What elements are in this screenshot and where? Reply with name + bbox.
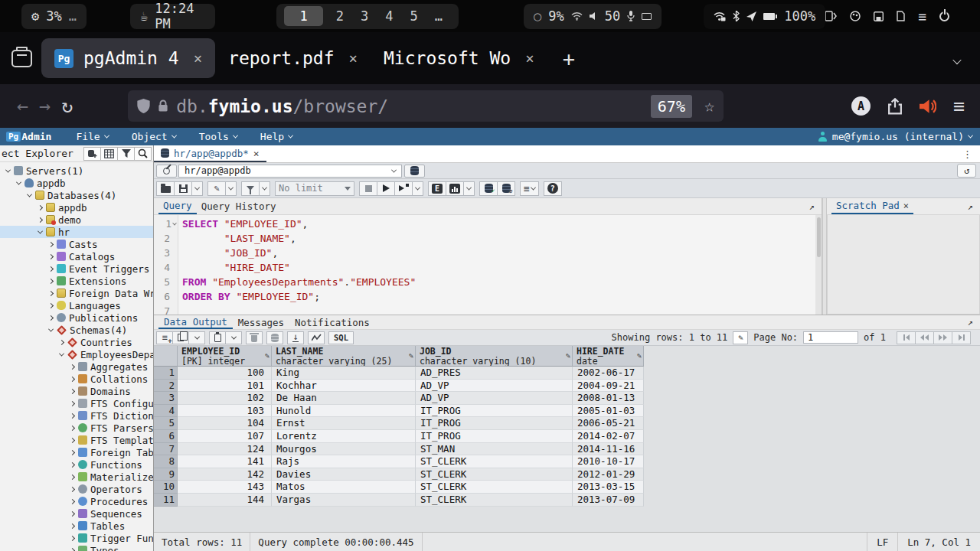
graph-visualiser-button[interactable] [308,331,325,344]
download-button[interactable]: ↓ [287,331,304,344]
tree-item-fts-configura[interactable]: FTS Configura [0,397,153,409]
url-bar[interactable]: db.fymio.us/browser/ 67% ☆ [128,90,724,122]
tab-close-icon[interactable]: × [525,50,534,67]
tree-expand-icon[interactable] [35,206,45,210]
edit-range-button[interactable]: ✎ [733,331,748,344]
filter-options-button[interactable] [259,181,270,196]
tree-item-tables[interactable]: Tables [0,520,153,532]
open-file-button[interactable] [156,181,175,196]
tree-collapse-icon[interactable] [35,230,45,234]
tree-item-appdb[interactable]: appdb [0,177,153,189]
workspace-button[interactable]: 2 [328,8,352,24]
sql-button[interactable]: SQL [328,331,354,344]
tab-overview-icon[interactable] [11,50,32,67]
edit-column-icon[interactable]: ✎ [409,351,413,361]
tree-collapse-icon[interactable] [14,181,24,185]
tree-item-fts-parsers[interactable]: FTS Parsers [0,422,153,434]
tree-expand-icon[interactable] [46,292,56,295]
tree-item-employeesdepar[interactable]: EmployeesDepar [0,348,153,360]
system-tray[interactable]: 100% [704,4,825,29]
prev-page-button[interactable] [915,331,934,344]
workspace-button[interactable]: 5 [401,8,426,24]
macros-button[interactable]: ≡ [520,181,539,196]
tree-expand-icon[interactable] [67,402,77,406]
tree-item-types[interactable]: Types [0,544,153,551]
cell[interactable]: King [272,367,416,380]
copy-options-button[interactable] [188,331,205,344]
expand-icon[interactable]: ↗ [968,201,973,212]
shield-icon[interactable] [137,99,150,113]
tree-item-demo[interactable]: demo [0,214,153,226]
tree-expand-icon[interactable] [67,451,77,455]
tree-expand-icon[interactable] [67,549,77,551]
tab-query[interactable]: Query [158,198,197,214]
tab-close-icon[interactable]: × [194,50,202,67]
page-number-input[interactable] [803,331,858,344]
menu-icon[interactable]: ≡ [918,8,926,24]
profile-icon[interactable]: A [851,96,871,116]
tab-messages[interactable]: Messages [233,315,289,329]
grid-view-button[interactable] [100,147,118,161]
cell[interactable]: 101 [178,380,272,393]
lock-icon[interactable] [158,99,168,112]
edit-column-icon[interactable]: ✎ [265,351,270,361]
tree-collapse-icon[interactable] [3,169,13,173]
tree-item-trigger-funct[interactable]: Trigger Funct [0,532,153,544]
tree-expand-icon[interactable] [57,341,67,344]
tree-collapse-icon[interactable] [57,353,67,357]
cell[interactable]: 142 [178,468,272,481]
tree-expand-icon[interactable] [67,426,77,430]
tree-expand-icon[interactable] [67,500,77,504]
commit-button[interactable]: ✓ [479,181,498,196]
save-options-button[interactable] [191,181,203,196]
fold-icon[interactable] [173,223,176,226]
column-header-job_id[interactable]: JOB_IDcharacter varying (10)✎ [416,346,573,367]
clock[interactable]: ☕ 12:24 PM [130,4,216,29]
menu-help[interactable]: Help [260,131,292,142]
paste-button[interactable] [209,331,226,344]
tree-item-aggregates[interactable]: Aggregates [0,360,153,373]
tree-expand-icon[interactable] [46,243,56,246]
cell[interactable]: 102 [178,392,272,405]
tree-expand-icon[interactable] [46,255,56,259]
cell[interactable]: 2014-11-16 [573,443,644,456]
tree-item-schemas-4[interactable]: Schemas(4) [0,324,153,336]
tree-expand-icon[interactable] [67,475,77,479]
forward-button[interactable]: → [39,95,51,117]
window-switch-icon[interactable] [825,11,837,21]
editor-code[interactable]: SELECT "EMPLOYEE_ID", "LAST_NAME", "JOB_… [178,215,822,315]
connection-select[interactable]: hr/app@appdb [178,165,402,178]
edit-button[interactable]: ✎ [207,181,226,196]
table-row[interactable]: 7124MourgosST_MAN2014-11-16 [154,443,980,456]
expand-icon[interactable]: ↗ [968,317,973,328]
delete-row-button[interactable] [246,331,263,344]
zoom-level-badge[interactable]: 67% [651,95,692,118]
table-row[interactable]: 5104ErnstIT_PROG2006-05-21 [154,417,980,430]
cell[interactable]: 2002-06-17 [573,367,644,380]
cell[interactable]: AD_VP [416,380,573,393]
add-row-button[interactable]: ≡ [156,331,173,344]
tree-item-event-triggers[interactable]: Event Triggers [0,262,153,275]
list-all-tabs-icon[interactable] [954,48,960,68]
share-icon[interactable] [887,98,903,115]
sql-editor[interactable]: 12 3 4 5 6 7 SELECT "EMPLOYEE_ID", "LAST… [154,215,822,315]
tree-collapse-icon[interactable] [24,194,34,197]
cell[interactable]: Kochhar [272,380,416,393]
save-file-button[interactable] [174,181,192,196]
table-row[interactable]: 2101KochharAD_VP2004-09-21 [154,380,980,393]
execute-options-button[interactable] [412,181,423,196]
cell[interactable]: Hunold [272,405,416,418]
tree-item-operators[interactable]: Operators [0,483,153,495]
workspace-button[interactable]: … [426,8,451,24]
cell[interactable]: 2010-10-17 [573,455,644,468]
workspace-button[interactable]: 1 [284,6,322,26]
cell[interactable]: Lorentz [272,430,416,443]
last-page-button[interactable] [952,331,971,344]
tree-expand-icon[interactable] [67,390,77,393]
cell[interactable]: Matos [272,481,416,494]
cell[interactable]: 2013-03-15 [573,481,644,494]
cell[interactable]: 100 [178,367,272,380]
tab-query-history[interactable]: Query History [197,198,281,214]
cell[interactable]: ST_CLERK [416,455,573,468]
workspace-button[interactable]: 3 [352,8,377,24]
